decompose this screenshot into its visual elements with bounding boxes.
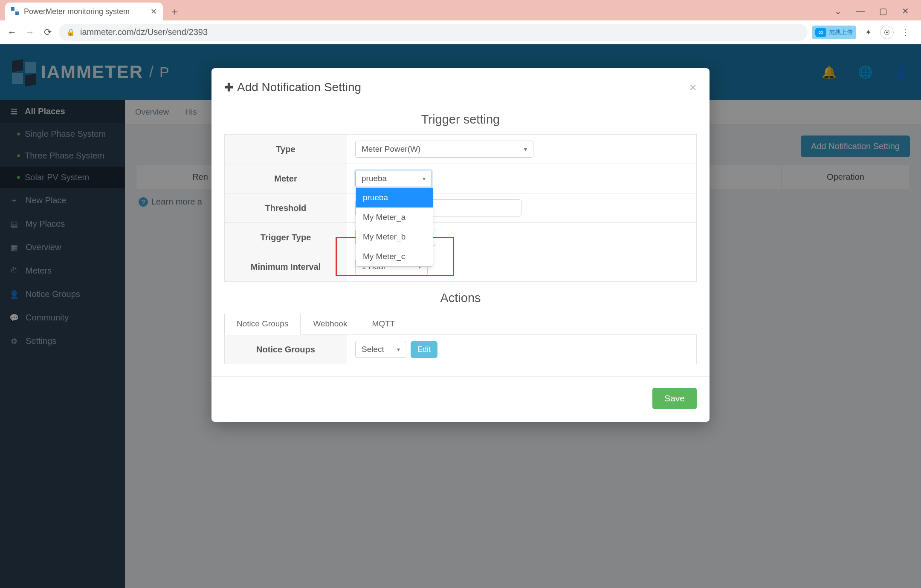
- close-window-icon[interactable]: ✕: [902, 6, 909, 16]
- forward-button[interactable]: →: [23, 26, 37, 39]
- action-tabs: Notice Groups Webhook MQTT: [224, 313, 697, 335]
- chevron-down-icon: ▾: [397, 346, 400, 353]
- back-button[interactable]: ←: [5, 26, 19, 39]
- save-button[interactable]: Save: [652, 388, 697, 409]
- profile-avatar[interactable]: ⦿: [880, 26, 894, 39]
- close-icon[interactable]: ×: [689, 80, 697, 95]
- notice-groups-select[interactable]: Select ▾: [355, 341, 406, 358]
- reload-button[interactable]: ⟳: [41, 26, 55, 39]
- chevron-down-icon: ▾: [524, 146, 527, 153]
- notification-modal: ✚ Add Notification Setting × Trigger set…: [211, 68, 710, 422]
- address-bar[interactable]: 🔒 iammeter.com/dz/User/send/2393: [59, 24, 808, 41]
- type-select-value: Meter Power(W): [362, 144, 420, 154]
- url-text: iammeter.com/dz/User/send/2393: [80, 27, 208, 37]
- tab-favicon: [11, 7, 20, 16]
- trigger-heading: Trigger setting: [211, 112, 710, 127]
- cloud-extension[interactable]: ∞ 拖拽上传: [812, 26, 856, 39]
- trigger-form: Type Meter Power(W) ▾ Meter prueba ▾: [224, 134, 697, 282]
- cloud-icon: ∞: [815, 28, 826, 37]
- close-tab-icon[interactable]: ✕: [151, 7, 157, 16]
- label-trigger-type: Trigger Type: [225, 223, 347, 252]
- tab-notice-groups[interactable]: Notice Groups: [224, 313, 301, 335]
- meter-dropdown: prueba My Meter_a My Meter_b My Meter_c: [356, 187, 433, 267]
- tab-mqtt[interactable]: MQTT: [359, 313, 407, 334]
- browser-tab[interactable]: PowerMeter monitoring system ✕: [5, 3, 163, 20]
- meter-select[interactable]: prueba ▾ prueba My Meter_a My Meter_b My…: [355, 170, 432, 187]
- label-threshold: Threshold: [225, 193, 347, 222]
- action-form: Notice Groups Select ▾ Edit: [224, 335, 697, 364]
- actions-heading: Actions: [211, 291, 710, 305]
- modal-title: ✚ Add Notification Setting: [224, 81, 361, 94]
- lock-icon: 🔒: [67, 28, 75, 36]
- type-select[interactable]: Meter Power(W) ▾: [355, 141, 533, 158]
- label-notice-groups: Notice Groups: [225, 335, 347, 364]
- drop-menu-icon[interactable]: ⌄: [834, 6, 842, 16]
- new-tab-button[interactable]: ＋: [169, 6, 181, 17]
- edit-button[interactable]: Edit: [411, 341, 437, 358]
- meter-select-value: prueba: [362, 174, 387, 183]
- tab-webhook[interactable]: Webhook: [301, 313, 359, 334]
- plus-icon: ✚: [224, 81, 234, 94]
- minimize-icon[interactable]: —: [856, 6, 865, 16]
- menu-dots-icon[interactable]: ⋮: [900, 26, 912, 38]
- notice-groups-value: Select: [362, 345, 384, 354]
- extensions-icon[interactable]: ✦: [862, 26, 874, 38]
- maximize-icon[interactable]: ▢: [879, 6, 887, 16]
- chevron-down-icon: ▾: [423, 175, 426, 182]
- meter-option[interactable]: My Meter_b: [356, 227, 433, 247]
- meter-option[interactable]: My Meter_a: [356, 208, 433, 227]
- label-type: Type: [225, 135, 347, 164]
- meter-option[interactable]: prueba: [356, 188, 433, 208]
- modal-title-text: Add Notification Setting: [237, 81, 361, 94]
- cloud-ext-label: 拖拽上传: [829, 29, 853, 36]
- modal-overlay: ✚ Add Notification Setting × Trigger set…: [0, 44, 921, 588]
- label-min-interval: Minimum Interval: [225, 252, 347, 281]
- tab-title: PowerMeter monitoring system: [24, 7, 130, 16]
- meter-option[interactable]: My Meter_c: [356, 247, 433, 266]
- label-meter: Meter: [225, 164, 347, 193]
